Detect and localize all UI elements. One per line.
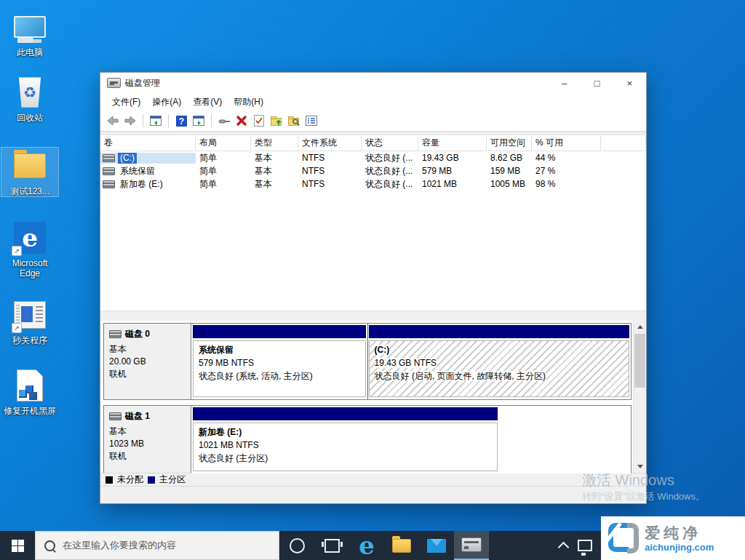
volume-row-e[interactable]: 新加卷 (E:) 简单 基本 NTFS 状态良好 (... 1021 MB 10…	[100, 177, 646, 191]
disk-management-icon	[461, 537, 482, 552]
desktop-icon-edge[interactable]: e ↗ Microsoft Edge	[1, 220, 58, 279]
column-header-pct-free[interactable]: % 可用	[532, 135, 601, 151]
site-watermark: 爱纯净 aichunjing.com	[601, 516, 745, 560]
disk-size: 1023 MB	[109, 438, 191, 450]
vertical-scrollbar[interactable]	[633, 321, 646, 473]
document-check-icon[interactable]	[252, 114, 266, 127]
partition-system-reserved[interactable]: 系统保留 579 MB NTFS 状态良好 (系统, 活动, 主分区)	[191, 324, 368, 399]
cell-layout: 简单	[196, 165, 251, 177]
menu-help[interactable]: 帮助(H)	[228, 94, 269, 111]
scrollbar-thumb[interactable]	[634, 334, 645, 388]
desktop-icon-quick-close[interactable]: ↗ 秒关程序	[1, 297, 58, 345]
program-window-icon: ↗	[1, 297, 58, 333]
folder-icon	[1, 148, 58, 184]
folder-open-icon[interactable]	[270, 114, 283, 127]
cell-layout: 简单	[196, 152, 251, 164]
edge-icon: e ↗	[1, 220, 58, 256]
task-view-button[interactable]	[314, 531, 349, 560]
menu-view[interactable]: 查看(V)	[187, 94, 228, 111]
graphical-view: 磁盘 0 基本 20.00 GB 联机 系统保留 579 MB NTFS 状态良…	[100, 321, 646, 473]
title-bar: 磁盘管理 – □ ×	[100, 73, 646, 93]
taskbar-disk-management[interactable]	[454, 531, 489, 560]
column-header-status[interactable]: 状态	[362, 135, 418, 151]
folder-explore-icon[interactable]	[287, 114, 300, 127]
menu-action[interactable]: 操作(A)	[146, 94, 187, 111]
cell-pct: 44 %	[532, 153, 601, 163]
recycle-bin-icon: ♻	[1, 74, 58, 111]
file-explorer-icon	[392, 539, 411, 553]
taskbar-search[interactable]: 在这里输入你要搜索的内容	[35, 531, 279, 560]
mail-icon	[427, 539, 446, 553]
volume-list: 卷 布局 类型 文件系统 状态 容量 可用空间 % 可用 (C:) 简单 基本 …	[100, 135, 646, 311]
toolbar: ?	[100, 111, 646, 132]
status-bar	[100, 486, 646, 503]
shortcut-arrow-icon: ↗	[12, 246, 22, 256]
volume-name: (C:)	[118, 153, 137, 164]
scroll-down-icon[interactable]	[634, 460, 646, 473]
partition-c[interactable]: (C:) 19.43 GB NTFS 状态良好 (启动, 页面文件, 故障转储,…	[367, 324, 631, 399]
disk-kind: 基本	[109, 343, 191, 356]
volume-row-c[interactable]: (C:) 简单 基本 NTFS 状态良好 (... 19.43 GB 8.62 …	[100, 151, 646, 164]
desktop-icon-this-pc[interactable]: 此电脑	[1, 9, 58, 57]
cell-fs: NTFS	[298, 166, 362, 176]
properties-icon[interactable]	[305, 114, 318, 127]
column-header-layout[interactable]: 布局	[196, 135, 251, 151]
column-header-empty	[601, 135, 646, 151]
action-pane-icon[interactable]	[192, 114, 205, 127]
column-header-free[interactable]: 可用空间	[487, 135, 532, 151]
column-header-capacity[interactable]: 容量	[418, 135, 487, 151]
volume-row-system-reserved[interactable]: 系统保留 简单 基本 NTFS 状态良好 (... 579 MB 159 MB …	[100, 164, 646, 177]
site-name: 爱纯净	[645, 524, 714, 542]
maximize-button[interactable]: □	[581, 73, 613, 93]
delete-icon[interactable]	[235, 114, 248, 127]
disk-0-label[interactable]: 磁盘 0 基本 20.00 GB 联机	[104, 324, 191, 399]
search-icon	[44, 540, 55, 551]
taskbar-edge[interactable]: e	[349, 531, 384, 560]
cell-fs: NTFS	[298, 179, 362, 189]
back-icon[interactable]	[106, 114, 119, 127]
cell-type: 基本	[251, 178, 298, 191]
cell-pct: 98 %	[532, 179, 601, 189]
cell-status: 状态良好 (...	[362, 165, 418, 177]
cell-type: 基本	[251, 152, 298, 164]
disk-1-label[interactable]: 磁盘 1 基本 1023 MB 联机	[104, 406, 191, 473]
this-pc-icon	[1, 9, 58, 45]
minimize-button[interactable]: –	[548, 73, 581, 93]
console-tree-icon[interactable]	[149, 114, 162, 127]
menu-file[interactable]: 文件(F)	[106, 94, 146, 111]
help-icon[interactable]: ?	[175, 114, 188, 127]
pane-splitter[interactable]	[100, 311, 646, 321]
cortana-button[interactable]	[279, 531, 314, 560]
column-header-type[interactable]: 类型	[251, 135, 298, 151]
legend-unallocated: 未分配	[117, 473, 143, 486]
column-header-volume[interactable]: 卷	[100, 135, 196, 151]
start-button[interactable]	[0, 531, 35, 560]
cell-type: 基本	[251, 165, 298, 177]
forward-icon[interactable]	[124, 114, 137, 127]
desktop-icon-recycle-bin[interactable]: ♻ 回收站	[1, 74, 58, 123]
desktop-icon-test-folder[interactable]: 测试123...	[1, 148, 58, 196]
desktop-icon-fix-black-screen[interactable]: 修复开机黑屏	[1, 367, 58, 416]
legend-primary: 主分区	[159, 473, 186, 486]
disk-icon	[109, 412, 121, 420]
column-header-filesystem[interactable]: 文件系统	[298, 135, 362, 151]
tray-expand-icon[interactable]	[558, 541, 570, 553]
drive-icon	[103, 167, 115, 175]
scroll-up-icon[interactable]	[634, 321, 646, 333]
taskbar-file-explorer[interactable]	[384, 531, 419, 560]
network-icon[interactable]	[578, 540, 592, 551]
close-button[interactable]: ×	[613, 73, 646, 93]
edge-icon: e	[359, 533, 375, 558]
partition-e[interactable]: 新加卷 (E:) 1021 MB NTFS 状态良好 (主分区)	[191, 406, 499, 473]
desktop-icon-label: 此电脑	[1, 47, 58, 57]
cell-status: 状态良好 (...	[362, 178, 418, 191]
disk-0-row: 磁盘 0 基本 20.00 GB 联机 系统保留 579 MB NTFS 状态良…	[103, 323, 632, 400]
tool-icon[interactable]	[218, 114, 231, 127]
partition-color-bar	[193, 407, 498, 420]
disk-kind: 基本	[109, 425, 191, 438]
partition-color-bar	[369, 325, 629, 338]
taskbar-mail[interactable]	[419, 531, 454, 560]
disk-management-window: 磁盘管理 – □ × 文件(F) 操作(A) 查看(V) 帮助(H) ?	[100, 72, 647, 504]
site-logo-icon	[608, 523, 639, 553]
primary-partition-swatch	[148, 476, 155, 484]
